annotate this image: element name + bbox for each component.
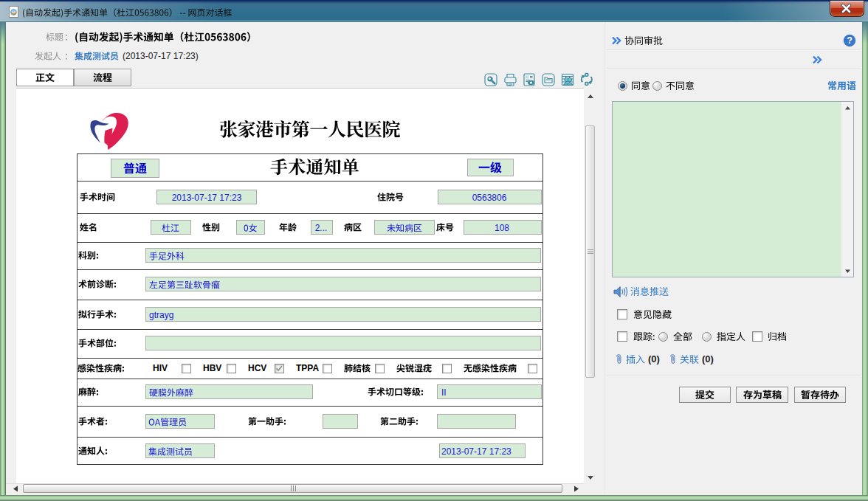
svg-text:?: ? [847, 35, 852, 46]
